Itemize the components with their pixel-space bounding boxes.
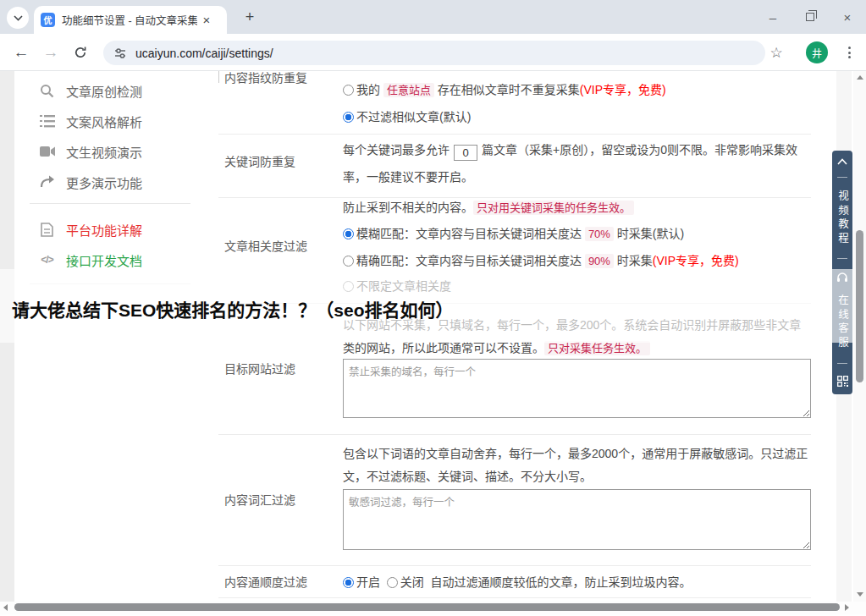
vip-note: (VIP专享，免费) — [653, 254, 739, 267]
sidebar-item-label: 文章原创检测 — [66, 82, 142, 100]
fluency-on-label[interactable]: 开启 — [356, 575, 380, 589]
scroll-down-arrow[interactable] — [857, 592, 863, 597]
sidebar-item-originality-check[interactable]: 文章原创检测 — [39, 82, 142, 99]
profile-avatar[interactable]: 井 — [806, 41, 828, 63]
tab-strip: 优 功能细节设置 - 自动文章采集器 × + – × — [0, 0, 866, 34]
sidebar-item-label: 接口开发文档 — [66, 251, 142, 269]
words-desc-line2: 文，不过滤标题、关键词、描述。不分大小写。 — [343, 468, 592, 485]
video-camera-icon — [39, 144, 55, 160]
qr-code-icon[interactable] — [837, 376, 848, 387]
tab-close-icon[interactable]: × — [199, 13, 214, 27]
sidebar-item-style-analysis[interactable]: 文案风格解析 — [39, 113, 142, 129]
option-text: 我的 — [356, 83, 383, 96]
row-label-fluency: 内容通顺度过滤 — [224, 574, 307, 591]
forward-button: → — [38, 34, 63, 71]
desc-text: 防止采到不相关的内容。 — [343, 201, 473, 214]
sidebar-item-label: 文生视频演示 — [66, 143, 142, 161]
code-badge: 只对用关键词采集的任务生效。 — [473, 201, 634, 215]
sites-filter-textarea[interactable] — [343, 359, 811, 418]
fluency-off-label[interactable]: 关闭 — [400, 575, 424, 589]
sidebar-item-platform-features[interactable]: 平台功能详解 — [39, 221, 142, 238]
radio-checked[interactable] — [343, 577, 354, 588]
new-tab-button[interactable]: + — [240, 8, 260, 28]
document-icon — [39, 222, 55, 238]
row-divider — [218, 597, 811, 598]
minimize-button[interactable]: – — [754, 0, 792, 34]
table-border-fragment — [218, 71, 219, 83]
horizontal-scrollbar-thumb[interactable] — [14, 603, 840, 611]
scroll-left-arrow[interactable] — [3, 604, 8, 611]
chevron-up-icon[interactable] — [837, 158, 847, 165]
vip-note: (VIP专享，免费) — [580, 83, 666, 96]
option-text: 模糊匹配：文章内容与目标关键词相关度达 — [356, 227, 585, 240]
sidebar-item-label: 平台功能详解 — [66, 221, 142, 239]
sidebar-item-label: 更多演示功能 — [66, 173, 142, 191]
video-tutorial-link[interactable]: 视频教程 — [832, 190, 852, 246]
option-text: 时采集(默认) — [614, 227, 684, 240]
row-label-relevance: 文章相关度过滤 — [224, 238, 307, 255]
window-controls: – × — [754, 0, 866, 34]
relevance-option-fuzzy[interactable]: 模糊匹配：文章内容与目标关键词相关度达 70% 时采集(默认) — [343, 225, 684, 242]
vertical-scrollbar[interactable] — [853, 71, 866, 602]
radio-unchecked[interactable] — [343, 85, 354, 96]
code-badge: 90% — [585, 254, 614, 268]
row-label-sites: 目标网站过滤 — [224, 360, 295, 377]
fingerprint-option-no-filter[interactable]: 不过滤相似文章(默认) — [343, 108, 471, 125]
tab-title: 功能细节设置 - 自动文章采集器 — [62, 12, 197, 28]
bookmark-star-icon[interactable]: ☆ — [764, 34, 788, 71]
share-arrow-icon — [39, 174, 55, 190]
widget-divider — [837, 258, 847, 259]
scroll-right-arrow[interactable] — [845, 604, 849, 611]
restore-icon — [806, 13, 814, 21]
desc-text: 自动过滤通顺度较低的文章，防止采到垃圾内容。 — [431, 575, 692, 589]
sidebar-item-text-to-video[interactable]: 文生视频演示 — [39, 143, 142, 160]
browser-menu-icon[interactable] — [842, 44, 856, 61]
maximize-button[interactable] — [792, 0, 829, 34]
tab-search-button[interactable] — [7, 7, 29, 29]
option-text: 精确匹配：文章内容与目标关键词相关度达 — [356, 254, 585, 267]
widget-divider — [837, 363, 847, 364]
vertical-scrollbar-thumb[interactable] — [856, 230, 863, 382]
code-badge: 70% — [585, 227, 614, 241]
desc-text: 每个关键词最多允许 — [343, 143, 450, 157]
page-content: 文章原创检测 文案风格解析 文生视频演示 更多演示功能 平台功能详解 </> 接… — [0, 71, 866, 602]
code-badge: 只对采集任务生效。 — [544, 341, 650, 355]
reload-button[interactable] — [68, 34, 93, 71]
sidebar-item-more-demos[interactable]: 更多演示功能 — [39, 173, 142, 190]
radio-checked[interactable] — [343, 112, 354, 123]
address-bar[interactable]: ucaiyun.com/caiji/settings/ — [103, 41, 765, 65]
scroll-up-arrow[interactable] — [857, 75, 863, 80]
radio-unchecked[interactable] — [387, 577, 398, 588]
back-button[interactable]: ← — [8, 34, 34, 71]
option-text: 不过滤相似文章(默认) — [356, 110, 471, 124]
ordered-list-icon — [39, 113, 55, 129]
keyword-limit-input[interactable] — [454, 145, 477, 161]
relevance-option-exact[interactable]: 精确匹配：文章内容与目标关键词相关度达 90% 时采集(VIP专享，免费) — [343, 252, 739, 269]
radio-unchecked[interactable] — [343, 256, 354, 267]
close-button[interactable]: × — [829, 0, 866, 34]
row-label-keyword: 关键词防重复 — [224, 153, 295, 170]
sidebar-item-label: 文案风格解析 — [66, 113, 142, 130]
radio-checked[interactable] — [343, 228, 354, 239]
widget-divider — [837, 177, 847, 178]
words-filter-textarea[interactable] — [343, 489, 811, 550]
row-divider — [218, 197, 811, 198]
url-text[interactable]: ucaiyun.com/caiji/settings/ — [135, 47, 273, 60]
row-divider — [218, 134, 811, 135]
horizontal-scrollbar[interactable] — [0, 602, 866, 614]
site-info-icon[interactable] — [113, 47, 127, 60]
code-badge: 任意站点 — [383, 83, 434, 97]
row-label-words: 内容词汇过滤 — [224, 492, 295, 509]
fingerprint-option-my-sites[interactable]: 我的 任意站点 存在相似文章时不重复采集(VIP专享，免费) — [343, 81, 666, 98]
sidebar-item-api-docs[interactable]: </> 接口开发文档 — [39, 251, 142, 268]
code-icon: </> — [39, 252, 55, 268]
chevron-down-icon — [14, 15, 23, 21]
active-tab[interactable]: 优 功能细节设置 - 自动文章采集器 × — [34, 6, 227, 34]
option-text: 时采集 — [614, 254, 653, 267]
desc-text: 类的网站，所以此项通常可以不设置。 — [343, 341, 544, 355]
reload-icon — [74, 46, 87, 59]
words-desc-line1: 包含以下词语的文章自动舍弃，每行一个，最多2000个，通常用于屏蔽敏感词。只过滤… — [343, 445, 808, 462]
option-text: 存在相似文章时不重复采集 — [434, 83, 580, 96]
search-icon — [39, 83, 55, 99]
site-favicon: 优 — [41, 13, 55, 27]
